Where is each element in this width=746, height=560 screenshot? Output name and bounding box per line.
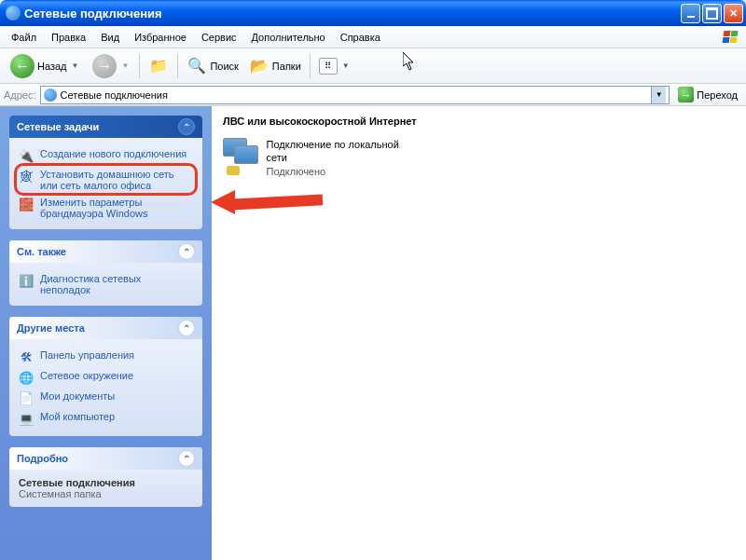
sidebar: Сетевые задачи ⌃ 🔌 Создание нового подкл…: [0, 106, 212, 560]
menu-edit[interactable]: Правка: [44, 29, 93, 46]
main-pane: ЛВС или высокоскоростной Интернет Подклю…: [212, 106, 746, 560]
network-setup-icon: 🕸: [19, 169, 34, 184]
place-label: Мои документы: [40, 390, 115, 402]
panel-body-tasks: 🔌 Создание нового подключения 🕸 Установи…: [9, 138, 202, 229]
connection-text: Подключение по локальной сети Подключено: [267, 138, 409, 178]
chevron-up-icon[interactable]: ⌃: [178, 450, 195, 467]
task-setup-home-network[interactable]: 🕸 Установить домашнюю сеть или сеть мало…: [19, 166, 193, 194]
forward-arrow-icon: →: [92, 54, 117, 78]
views-dropdown-icon[interactable]: ▼: [342, 61, 350, 70]
panel-header-tasks[interactable]: Сетевые задачи ⌃: [9, 116, 202, 138]
panel-other-places: Другие места ⌃ 🛠 Панель управления 🌐 Сет…: [9, 317, 202, 436]
computer-icon: 💻: [19, 411, 34, 426]
place-control-panel[interactable]: 🛠 Панель управления: [19, 347, 193, 367]
back-button[interactable]: ← Назад ▼: [5, 53, 84, 79]
place-label: Сетевое окружение: [40, 370, 133, 381]
panel-title: Сетевые задачи: [17, 121, 99, 132]
menu-view[interactable]: Вид: [93, 29, 127, 46]
views-icon: ⠿: [319, 58, 338, 75]
connection-status: Подключено: [267, 165, 409, 178]
go-label: Переход: [697, 89, 738, 101]
panel-details: Подробно ⌃ Сетевые подключения Системная…: [9, 447, 202, 507]
panel-title: См. также: [17, 246, 66, 257]
window-title: Сетевые подключения: [24, 7, 679, 20]
details-type: Системная папка: [19, 488, 193, 499]
separator: [139, 54, 140, 78]
search-icon: 🔍: [186, 56, 207, 76]
lan-connection-icon: [223, 138, 257, 175]
place-my-computer[interactable]: 💻 Мой компьютер: [19, 408, 193, 429]
task-label: Установить домашнюю сеть или сеть малого…: [40, 169, 193, 191]
place-network-neighborhood[interactable]: 🌐 Сетевое окружение: [19, 367, 193, 388]
close-button[interactable]: [724, 4, 743, 23]
separator: [177, 54, 178, 78]
go-button[interactable]: → Переход: [673, 86, 742, 104]
menu-tools[interactable]: Сервис: [194, 29, 244, 46]
minimize-button[interactable]: [681, 4, 700, 23]
toolbar: ← Назад ▼ → ▼ 📁 🔍 Поиск 📂 Папки ⠿ ▼: [0, 48, 746, 84]
address-dropdown-icon[interactable]: ▼: [651, 87, 666, 103]
place-my-documents[interactable]: 📄 Мои документы: [19, 388, 193, 408]
panel-body-details: Сетевые подключения Системная папка: [9, 470, 202, 507]
network-connections-icon: [6, 6, 21, 20]
wizard-icon: 🔌: [19, 148, 34, 163]
address-icon: [44, 89, 57, 102]
chevron-up-icon[interactable]: ⌃: [178, 320, 195, 336]
connection-name: Подключение по локальной сети: [267, 138, 409, 165]
back-dropdown-icon[interactable]: ▼: [72, 61, 79, 70]
menu-advanced[interactable]: Дополнительно: [244, 29, 333, 46]
place-label: Панель управления: [40, 349, 134, 361]
go-arrow-icon: →: [678, 87, 694, 102]
menu-help[interactable]: Справка: [333, 29, 388, 46]
address-label: Адрес:: [4, 89, 36, 101]
panel-title: Другие места: [17, 322, 85, 334]
network-places-icon: 🌐: [19, 370, 34, 385]
up-button[interactable]: 📁: [145, 54, 173, 78]
panel-header-see-also[interactable]: См. также ⌃: [9, 240, 202, 263]
search-label: Поиск: [210, 61, 238, 72]
task-new-connection[interactable]: 🔌 Создание нового подключения: [19, 145, 193, 166]
details-name: Сетевые подключения: [19, 477, 193, 488]
forward-button[interactable]: → ▼: [87, 53, 134, 79]
folders-label: Папки: [272, 61, 301, 72]
task-firewall-settings[interactable]: 🧱 Изменить параметры брандмауэра Windows: [19, 194, 193, 222]
task-network-diagnostics[interactable]: ℹ️ Диагностика сетевых неполадок: [19, 270, 193, 298]
separator: [310, 54, 311, 78]
folders-button[interactable]: 📂 Папки: [245, 54, 305, 78]
panel-see-also: См. также ⌃ ℹ️ Диагностика сетевых непол…: [9, 240, 202, 306]
info-icon: ℹ️: [19, 273, 34, 288]
folders-icon: 📂: [249, 56, 269, 76]
panel-body-other: 🛠 Панель управления 🌐 Сетевое окружение …: [9, 339, 202, 436]
connection-item-lan[interactable]: Подключение по локальной сети Подключено: [223, 138, 409, 178]
content-area: Сетевые задачи ⌃ 🔌 Создание нового подкл…: [0, 106, 746, 560]
menu-file[interactable]: Файл: [4, 29, 44, 46]
address-input[interactable]: Сетевые подключения ▼: [40, 86, 670, 104]
chevron-up-icon[interactable]: ⌃: [178, 243, 195, 260]
menubar: Файл Правка Вид Избранное Сервис Дополни…: [0, 26, 746, 48]
addressbar: Адрес: Сетевые подключения ▼ → Переход: [0, 84, 746, 106]
task-label: Создание нового подключения: [40, 148, 186, 159]
maximize-button[interactable]: [702, 4, 722, 23]
windows-flag-icon: [720, 29, 742, 46]
search-button[interactable]: 🔍 Поиск: [183, 54, 242, 78]
titlebar: Сетевые подключения: [0, 0, 746, 26]
documents-icon: 📄: [19, 390, 34, 405]
panel-body-see-also: ℹ️ Диагностика сетевых неполадок: [9, 263, 202, 306]
back-label: Назад: [37, 61, 67, 72]
firewall-icon: 🧱: [19, 197, 34, 212]
panel-header-other[interactable]: Другие места ⌃: [9, 317, 202, 339]
task-label: Изменить параметры брандмауэра Windows: [40, 197, 193, 219]
category-header: ЛВС или высокоскоростной Интернет: [223, 116, 735, 127]
address-value: Сетевые подключения: [61, 89, 168, 101]
panel-title: Подробно: [17, 453, 68, 464]
folder-up-icon: 📁: [148, 56, 169, 76]
panel-header-details[interactable]: Подробно ⌃: [9, 447, 202, 470]
back-arrow-icon: ←: [10, 54, 35, 78]
views-button[interactable]: ⠿ ▼: [315, 56, 353, 76]
forward-dropdown-icon[interactable]: ▼: [121, 61, 129, 70]
chevron-up-icon[interactable]: ⌃: [178, 118, 195, 135]
menu-favorites[interactable]: Избранное: [127, 29, 194, 46]
panel-network-tasks: Сетевые задачи ⌃ 🔌 Создание нового подкл…: [9, 116, 202, 229]
place-label: Мой компьютер: [40, 411, 115, 422]
task-label: Диагностика сетевых неполадок: [40, 273, 193, 295]
